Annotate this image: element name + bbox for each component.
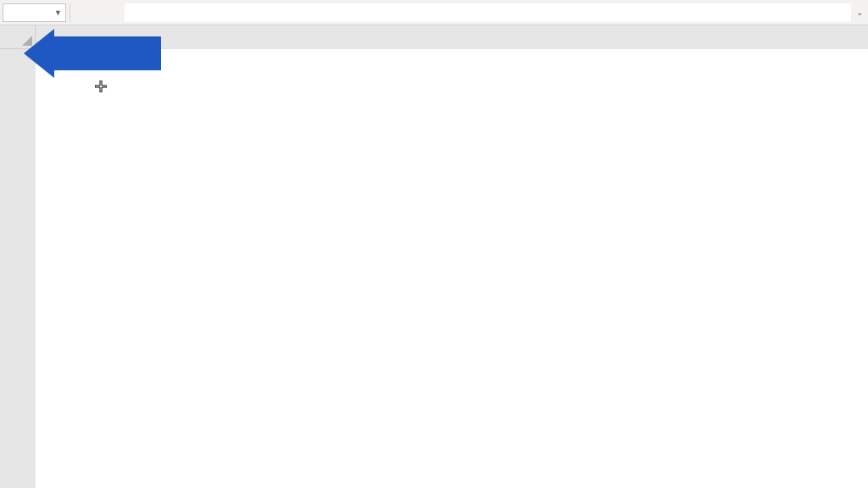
row-headers bbox=[0, 25, 36, 488]
grid-main bbox=[36, 25, 868, 488]
expand-formula-bar-icon[interactable]: ⌄ bbox=[851, 8, 868, 17]
formula-input[interactable] bbox=[125, 3, 851, 22]
formula-bar: ▼ ⌄ bbox=[0, 0, 868, 25]
divider bbox=[70, 3, 70, 22]
chevron-down-icon[interactable]: ▼ bbox=[54, 8, 62, 17]
name-box[interactable]: ▼ bbox=[3, 3, 66, 22]
confirm-icon[interactable] bbox=[94, 3, 111, 22]
spreadsheet-grid bbox=[0, 25, 868, 488]
cancel-icon[interactable] bbox=[77, 3, 94, 22]
